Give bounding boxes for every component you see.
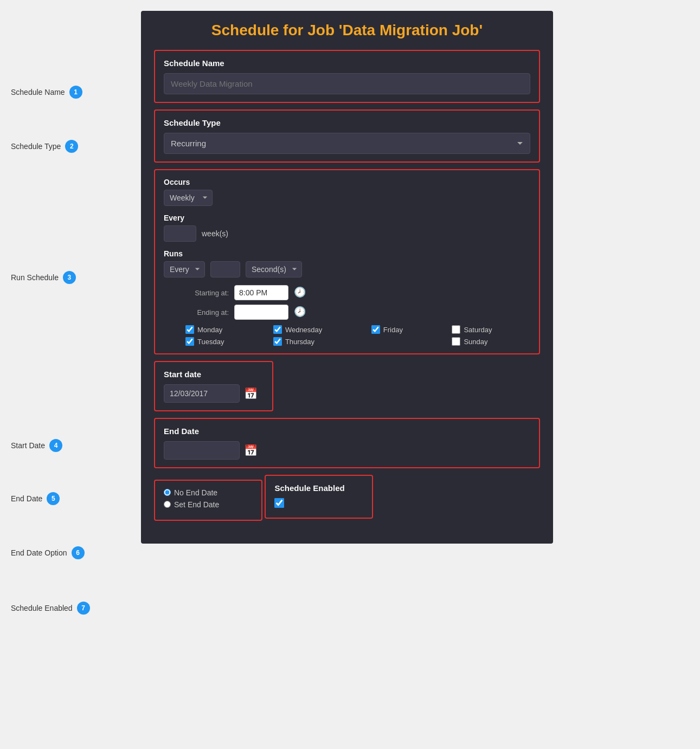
day-monday-checkbox[interactable] (185, 325, 194, 334)
starting-at-label: Starting at: (185, 289, 229, 297)
start-date-label: Start date (164, 370, 264, 379)
schedule-enabled-label: Schedule Enabled (274, 483, 363, 493)
end-date-input-row: 📅 (164, 441, 530, 460)
end-date-input[interactable] (164, 441, 240, 460)
no-end-date-radio[interactable] (164, 489, 171, 496)
ending-at-label: Ending at: (185, 308, 229, 317)
schedule-enabled-checkbox[interactable] (274, 498, 284, 508)
runs-label: Runs (164, 249, 530, 258)
annotation-label-4: Start Date (11, 441, 45, 450)
end-date-label: End Date (164, 427, 530, 436)
day-friday: Friday (371, 325, 441, 334)
occurs-select[interactable]: Weekly Daily Monthly (164, 190, 213, 206)
schedule-name-label: Schedule Name (164, 59, 530, 68)
end-date-section: End Date 📅 (154, 418, 540, 468)
day-monday: Monday (185, 325, 262, 334)
day-sunday-checkbox[interactable] (452, 337, 460, 346)
day-empty (371, 337, 441, 346)
starting-at-clock-icon[interactable]: 🕗 (294, 286, 307, 299)
page-title-job: 'Data Migration Job' (339, 22, 483, 38)
annotation-badge-2: 2 (65, 140, 78, 153)
ending-at-row: Ending at: 🕗 (164, 305, 530, 320)
day-wednesday: Wednesday (273, 325, 361, 334)
annotation-label-6: End Date Option (11, 548, 67, 557)
annotation-5: End Date 5 (11, 492, 60, 505)
annotation-2: Schedule Type 2 (11, 140, 78, 153)
set-end-date-radio[interactable] (164, 501, 171, 508)
runs-interval-input[interactable] (210, 261, 240, 277)
schedule-type-select[interactable]: Recurring Once Cron (164, 133, 530, 154)
day-sunday-label: Sunday (464, 338, 487, 346)
starting-at-row: Starting at: 🕗 (164, 285, 530, 300)
annotation-7: Schedule Enabled 7 (11, 602, 90, 615)
annotation-badge-5: 5 (47, 492, 60, 505)
annotation-label-2: Schedule Type (11, 142, 61, 151)
day-thursday-label: Thursday (285, 338, 314, 346)
day-saturday-label: Saturday (464, 326, 492, 334)
every-row: week(s) (164, 225, 530, 242)
page-title-prefix: Schedule for Job (211, 22, 339, 38)
no-end-date-label: No End Date (174, 488, 217, 497)
end-date-calendar-icon[interactable]: 📅 (244, 444, 258, 457)
day-thursday-checkbox[interactable] (273, 337, 282, 346)
runs-row: Every Once Second(s) Minute(s) Hour(s) (164, 261, 530, 277)
start-date-input[interactable] (164, 384, 240, 403)
annotation-label-5: End Date (11, 494, 42, 503)
day-saturday: Saturday (452, 325, 530, 334)
schedule-type-section: Schedule Type Recurring Once Cron (154, 109, 540, 163)
runs-unit-select[interactable]: Second(s) Minute(s) Hour(s) (246, 261, 302, 277)
annotation-4: Start Date 4 (11, 439, 62, 452)
annotation-label-7: Schedule Enabled (11, 604, 73, 612)
day-tuesday: Tuesday (185, 337, 262, 346)
annotation-label-1: Schedule Name (11, 88, 65, 96)
annotation-3: Run Schedule 3 (11, 271, 76, 284)
annotations-sidebar: Schedule Name 1 Schedule Type 2 Run Sche… (11, 11, 141, 738)
schedule-name-input[interactable] (164, 73, 530, 94)
annotation-badge-3: 3 (63, 271, 76, 284)
annotation-badge-4: 4 (49, 439, 62, 452)
page-wrapper: Schedule Name 1 Schedule Type 2 Run Sche… (11, 11, 689, 738)
day-tuesday-checkbox[interactable] (185, 337, 194, 346)
day-saturday-checkbox[interactable] (452, 325, 460, 334)
start-date-calendar-icon[interactable]: 📅 (244, 387, 258, 400)
day-thursday: Thursday (273, 337, 361, 346)
schedule-enabled-section: Schedule Enabled (265, 475, 373, 519)
occurs-row: Weekly Daily Monthly (164, 190, 530, 206)
set-end-date-option: Set End Date (164, 500, 253, 509)
run-schedule-section: Occurs Weekly Daily Monthly Every week(s… (154, 169, 540, 354)
end-date-option-section: No End Date Set End Date (154, 480, 262, 521)
day-sunday: Sunday (452, 337, 530, 346)
no-end-date-option: No End Date (164, 488, 253, 497)
starting-at-input[interactable] (234, 285, 288, 300)
schedule-name-section: Schedule Name (154, 50, 540, 103)
annotation-1: Schedule Name 1 (11, 86, 82, 99)
schedule-type-label: Schedule Type (164, 118, 530, 127)
every-number-input[interactable] (164, 225, 196, 242)
annotation-6: End Date Option 6 (11, 546, 85, 559)
start-date-section: Start date 📅 (154, 361, 273, 411)
day-friday-label: Friday (383, 326, 403, 334)
occurs-label: Occurs (164, 178, 530, 186)
day-friday-checkbox[interactable] (371, 325, 380, 334)
page-title: Schedule for Job 'Data Migration Job' (154, 22, 540, 39)
days-section: Monday Wednesday Friday Saturday Tuesday (164, 325, 530, 346)
annotation-label-3: Run Schedule (11, 273, 59, 282)
annotation-badge-1: 1 (69, 86, 82, 99)
every-unit-text: week(s) (202, 229, 228, 238)
runs-type-select[interactable]: Every Once (164, 261, 205, 277)
start-date-input-row: 📅 (164, 384, 264, 403)
ending-at-clock-icon[interactable]: 🕗 (294, 306, 307, 319)
ending-at-input[interactable] (234, 305, 288, 320)
annotation-badge-6: 6 (72, 546, 85, 559)
day-monday-label: Monday (197, 326, 222, 334)
annotation-badge-7: 7 (77, 602, 90, 615)
main-panel: Schedule for Job 'Data Migration Job' Sc… (141, 11, 553, 544)
set-end-date-label: Set End Date (174, 500, 219, 509)
day-tuesday-label: Tuesday (197, 338, 224, 346)
day-wednesday-label: Wednesday (285, 326, 322, 334)
every-label: Every (164, 214, 530, 222)
day-wednesday-checkbox[interactable] (273, 325, 282, 334)
